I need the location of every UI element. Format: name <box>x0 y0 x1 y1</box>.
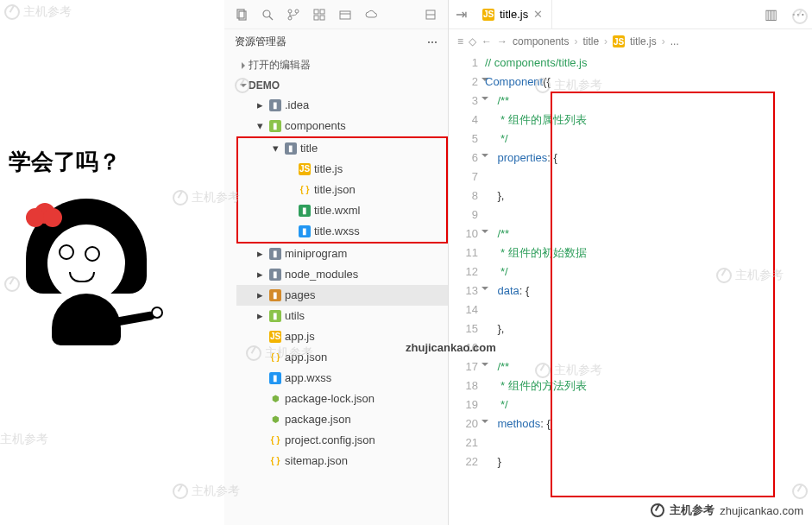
box-icon[interactable] <box>338 8 352 22</box>
svg-point-6 <box>295 9 299 13</box>
tab-more-icon[interactable]: ⋯ <box>784 6 812 22</box>
svg-rect-9 <box>314 16 318 20</box>
branch-icon[interactable] <box>286 8 300 22</box>
tree-file-pkg-lock[interactable]: ⬢package-lock.json <box>236 389 448 409</box>
go-icon[interactable]: ⇥ <box>449 6 474 22</box>
nav-forward-icon[interactable]: → <box>497 35 507 47</box>
tree-folder-idea[interactable]: ▸▮.idea <box>236 95 448 116</box>
watermark: 主机参考 <box>0 432 48 447</box>
crumb-more[interactable]: ... <box>670 35 679 47</box>
bookmark-icon[interactable]: ◇ <box>469 35 476 47</box>
line-gutter: 12345678910111213141516171819202122 <box>449 54 485 525</box>
js-file-icon: JS <box>613 35 625 47</box>
tree-folder-utils[interactable]: ▸▮utils <box>236 306 448 326</box>
search-icon[interactable] <box>261 8 274 22</box>
file-tree: ▸▮.idea ▾▮components ▾▮title JStitle.js … <box>224 95 448 525</box>
tree-file-sitemap[interactable]: { }sitemap.json <box>236 451 448 471</box>
tree-file-title-wxss[interactable]: ▮title.wxss <box>238 221 446 242</box>
extensions-icon[interactable] <box>312 8 326 22</box>
code-editor[interactable]: 12345678910111213141516171819202122 // c… <box>449 54 812 525</box>
explorer-title-row: 资源管理器 ⋯ <box>224 29 448 54</box>
crumb-file[interactable]: title.js <box>630 35 657 47</box>
list-icon[interactable]: ≡ <box>457 35 463 47</box>
tree-file-title-json[interactable]: { }title.json <box>238 180 446 200</box>
crumb-components[interactable]: components <box>513 35 569 47</box>
tree-folder-pages[interactable]: ▸▮pages <box>236 285 448 306</box>
tree-file-app-wxss[interactable]: ▮app.wxss <box>236 368 448 389</box>
svg-point-2 <box>263 10 270 17</box>
project-root[interactable]: DEMO <box>224 76 448 95</box>
tree-folder-miniprogram[interactable]: ▸▮miniprogram <box>236 244 448 264</box>
collapse-icon[interactable] <box>424 8 437 22</box>
svg-rect-7 <box>314 9 318 14</box>
tree-folder-components[interactable]: ▾▮components <box>236 116 448 136</box>
meme-image: 学会了吗？ <box>9 147 207 358</box>
split-icon[interactable]: ▥ <box>758 6 784 22</box>
tree-folder-title[interactable]: ▾▮title <box>238 138 446 159</box>
tab-bar: ⇥ JS title.js ✕ ▥ ⋯ <box>449 0 812 29</box>
js-file-icon: JS <box>482 9 494 21</box>
breadcrumb: ≡ ◇ ← → components› title› JS title.js› … <box>449 29 812 54</box>
cloud-icon[interactable] <box>364 8 378 22</box>
footer-watermark: 主机参考 zhujicankao.com <box>651 503 803 518</box>
editor-pane: ⇥ JS title.js ✕ ▥ ⋯ ≡ ◇ ← → components› … <box>449 0 812 525</box>
tree-file-title-wxml[interactable]: ▮title.wxml <box>238 200 446 221</box>
explorer-panel: 资源管理器 ⋯ 打开的编辑器 DEMO ▸▮.idea ▾▮components… <box>224 0 449 525</box>
activity-toolbar <box>224 0 448 29</box>
files-icon[interactable] <box>235 8 249 22</box>
meme-caption: 学会了吗？ <box>9 147 207 177</box>
tab-title-js[interactable]: JS title.js ✕ <box>474 0 552 29</box>
explorer-title: 资源管理器 <box>235 35 286 49</box>
crumb-title[interactable]: title <box>582 35 599 47</box>
svg-line-3 <box>269 16 273 20</box>
svg-rect-10 <box>320 16 324 20</box>
tab-label: title.js <box>500 8 528 21</box>
center-watermark: zhujicankao.com <box>406 341 496 354</box>
svg-point-4 <box>288 9 292 13</box>
nav-back-icon[interactable]: ← <box>482 35 492 47</box>
tree-file-proj-cfg[interactable]: { }project.config.json <box>236 430 448 451</box>
svg-rect-11 <box>340 11 350 19</box>
svg-rect-8 <box>320 9 324 14</box>
close-icon[interactable]: ✕ <box>533 8 543 21</box>
watermark: 主机参考 <box>4 4 72 20</box>
code-lines[interactable]: // components/title.jsComponent({ /** * … <box>485 54 812 525</box>
svg-point-5 <box>288 16 292 20</box>
more-icon[interactable]: ⋯ <box>427 36 437 48</box>
tree-file-pkg[interactable]: ⬢package.json <box>236 409 448 430</box>
tree-folder-node-modules[interactable]: ▸▮node_modules <box>236 264 448 285</box>
tree-file-title-js[interactable]: JStitle.js <box>238 159 446 180</box>
open-editors-section[interactable]: 打开的编辑器 <box>224 54 448 76</box>
